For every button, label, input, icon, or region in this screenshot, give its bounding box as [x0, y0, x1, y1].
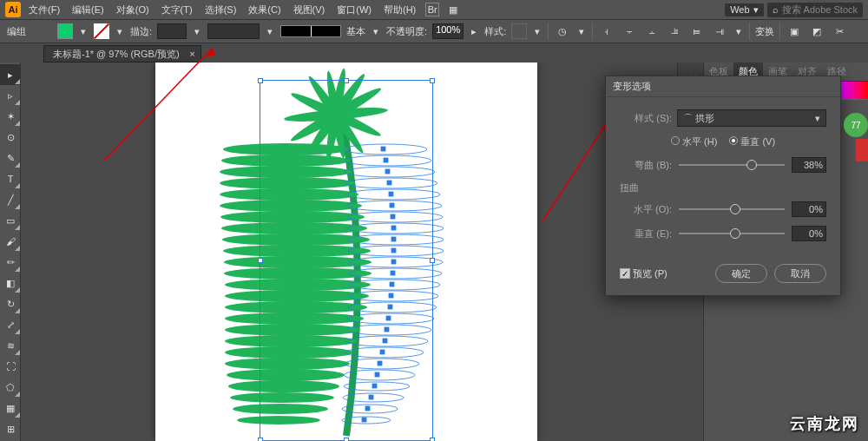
- menu-type[interactable]: 文字(T): [157, 2, 197, 18]
- menu-select[interactable]: 选择(S): [201, 2, 241, 18]
- stock-search[interactable]: ⌕ 搜索 Adobe Stock: [767, 3, 863, 17]
- scale-tool[interactable]: ⤢: [0, 314, 21, 335]
- dist-h-slider[interactable]: [679, 203, 785, 215]
- align-top-icon[interactable]: ⫡: [667, 24, 681, 38]
- selection-mode-label: 编组: [7, 25, 26, 38]
- align-right-icon[interactable]: ⫠: [645, 24, 659, 38]
- workspace-switcher[interactable]: Web ▾: [725, 3, 763, 16]
- magic-wand-tool[interactable]: ✶: [0, 106, 21, 127]
- resize-handle[interactable]: [258, 78, 263, 83]
- fill-swatch[interactable]: [57, 23, 73, 39]
- dialog-title: 变形选项: [613, 80, 651, 93]
- style-dropdown[interactable]: ▾: [532, 23, 542, 39]
- canvas[interactable]: [47, 63, 550, 441]
- transform-label: 变换: [755, 25, 774, 38]
- line-tool[interactable]: ╱: [0, 189, 21, 210]
- mask-icon[interactable]: ◩: [810, 24, 824, 38]
- style-label: 样式:: [484, 25, 506, 38]
- arrange-icon[interactable]: ▦: [446, 3, 460, 16]
- lasso-tool[interactable]: ⊙: [0, 127, 21, 148]
- preview-checkbox[interactable]: ✓ 预览 (P): [620, 267, 667, 280]
- pen-tool[interactable]: ✎: [0, 148, 21, 168]
- separator: [548, 23, 549, 40]
- stroke-weight-input[interactable]: [157, 23, 187, 39]
- width-tool[interactable]: ≋: [0, 335, 21, 356]
- warp-style-value: 拱形: [695, 113, 714, 123]
- dist-v-slider[interactable]: [679, 227, 785, 240]
- bend-value[interactable]: 38%: [792, 157, 826, 173]
- resize-handle[interactable]: [344, 438, 349, 441]
- brush-dropdown[interactable]: ▾: [371, 23, 381, 39]
- resize-handle[interactable]: [344, 78, 349, 83]
- style-swatch[interactable]: [511, 23, 527, 39]
- resize-handle[interactable]: [258, 258, 263, 263]
- orientation-v-label: 垂直 (V): [740, 136, 775, 147]
- align-middle-icon[interactable]: ⫢: [690, 24, 704, 38]
- shape-builder-tool[interactable]: ⬠: [0, 377, 21, 398]
- ok-button[interactable]: 确定: [715, 264, 767, 283]
- menu-file[interactable]: 文件(F): [24, 2, 64, 18]
- menubar: Ai 文件(F) 编辑(E) 对象(O) 文字(T) 选择(S) 效果(C) 视…: [0, 0, 868, 19]
- rectangle-tool[interactable]: ▭: [0, 210, 21, 231]
- paintbrush-tool[interactable]: 🖌: [0, 231, 21, 252]
- cancel-button[interactable]: 取消: [774, 264, 826, 283]
- recolor-icon[interactable]: ◷: [556, 24, 569, 38]
- warp-style-select[interactable]: ⌒ 拱形 ▾: [677, 109, 826, 127]
- type-tool[interactable]: T: [0, 168, 21, 189]
- stroke-profile[interactable]: [207, 23, 260, 39]
- menu-edit[interactable]: 编辑(E): [68, 2, 108, 18]
- separator: [779, 23, 780, 40]
- orientation-horizontal[interactable]: 水平 (H): [671, 135, 717, 148]
- resize-handle[interactable]: [430, 78, 435, 83]
- stroke-profile-dropdown[interactable]: ▾: [265, 23, 275, 39]
- resize-handle[interactable]: [430, 438, 435, 441]
- stroke-dropdown[interactable]: ▾: [115, 23, 125, 39]
- bend-slider[interactable]: [679, 159, 785, 171]
- brush-style-label: 基本: [346, 25, 365, 38]
- menu-window[interactable]: 窗口(W): [332, 2, 376, 18]
- menu-view[interactable]: 视图(V): [289, 2, 330, 18]
- align-left-icon[interactable]: ⫞: [600, 24, 614, 38]
- selection-tool[interactable]: ▸: [0, 64, 21, 85]
- resize-handle[interactable]: [258, 438, 263, 441]
- align-bottom-icon[interactable]: ⫣: [713, 24, 727, 38]
- rotate-tool[interactable]: ↻: [0, 293, 21, 314]
- separator: [749, 23, 750, 40]
- menu-help[interactable]: 帮助(H): [379, 2, 420, 18]
- dist-h-label: 水平 (O):: [620, 203, 672, 216]
- recolor-dropdown[interactable]: ▾: [576, 23, 587, 39]
- align-center-icon[interactable]: ⫟: [622, 24, 636, 38]
- stroke-swatch[interactable]: [94, 23, 109, 39]
- brush-preview[interactable]: [280, 25, 341, 37]
- free-transform-tool[interactable]: ⛶: [0, 356, 21, 377]
- bridge-icon[interactable]: Br: [425, 3, 439, 16]
- fill-dropdown[interactable]: ▾: [78, 23, 89, 39]
- direct-selection-tool[interactable]: ▹: [0, 85, 21, 106]
- watermark: 云南龙网: [790, 413, 859, 434]
- eraser-tool[interactable]: ◧: [0, 273, 21, 293]
- align-dropdown[interactable]: ▾: [733, 23, 744, 39]
- opacity-input[interactable]: 100%: [432, 23, 464, 39]
- crop-icon[interactable]: ✂: [832, 24, 846, 38]
- dist-v-value[interactable]: 0%: [792, 226, 826, 241]
- search-icon: ⌕: [773, 4, 779, 15]
- menu-effect[interactable]: 效果(C): [244, 2, 285, 18]
- selection-bounding-box[interactable]: [260, 80, 433, 441]
- orientation-vertical[interactable]: 垂直 (V): [729, 135, 775, 148]
- resize-handle[interactable]: [430, 258, 435, 263]
- dialog-titlebar[interactable]: 变形选项: [606, 76, 840, 97]
- mesh-tool[interactable]: ⊞: [0, 418, 21, 439]
- isolate-icon[interactable]: ▣: [787, 24, 801, 38]
- perspective-grid-tool[interactable]: ▦: [0, 398, 21, 418]
- menu-object[interactable]: 对象(O): [112, 2, 154, 18]
- opacity-dropdown[interactable]: ▸: [469, 23, 479, 39]
- document-tab[interactable]: 未标题-1* @ 97% (RGB/预览) ×: [43, 45, 201, 63]
- dist-h-value[interactable]: 0%: [792, 201, 826, 217]
- pencil-tool[interactable]: ✏: [0, 252, 21, 273]
- close-tab-icon[interactable]: ×: [189, 49, 194, 59]
- dist-v-label: 垂直 (E):: [620, 227, 672, 240]
- side-indicator: [856, 139, 868, 161]
- notification-badge[interactable]: 77: [844, 113, 868, 137]
- stroke-weight-dropdown[interactable]: ▾: [192, 23, 202, 39]
- control-bar: 编组 ▾ ▾ 描边: ▾ ▾ 基本 ▾ 不透明度: 100% ▸ 样式: ▾ ◷…: [0, 19, 868, 43]
